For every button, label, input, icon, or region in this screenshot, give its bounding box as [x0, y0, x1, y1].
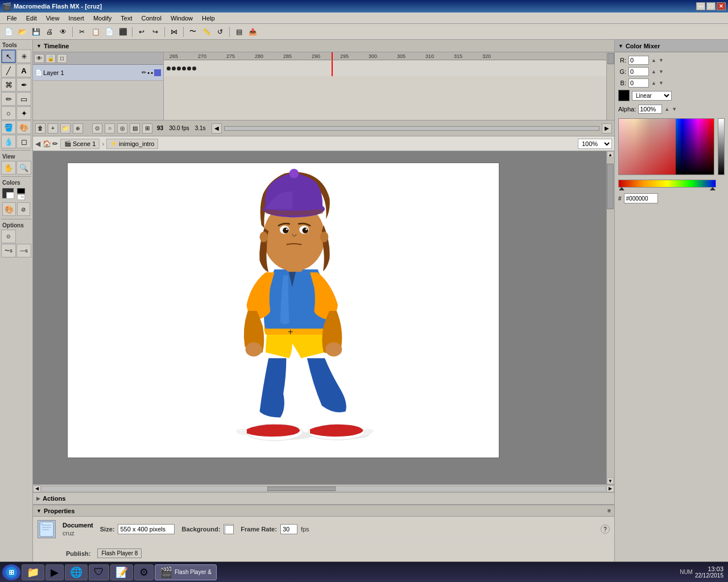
- hex-input[interactable]: [624, 193, 658, 203]
- menu-control[interactable]: Control: [136, 14, 166, 23]
- g-up-arrow[interactable]: ▲: [651, 69, 656, 74]
- scroll-left-btn[interactable]: ◀: [212, 123, 222, 134]
- cut-button[interactable]: ✂: [76, 26, 88, 38]
- color-stop-bar[interactable]: [618, 180, 716, 188]
- tool-lasso[interactable]: ⌘: [1, 78, 16, 92]
- paste-in-place-button[interactable]: ⬛: [117, 26, 129, 38]
- straighten-curves-btn[interactable]: —s: [16, 244, 31, 257]
- smooth-curves-btn[interactable]: 〜s: [1, 244, 16, 257]
- new-button[interactable]: 📄: [2, 26, 15, 38]
- rotate-ccw-button[interactable]: ↺: [214, 26, 226, 38]
- black-white-btn[interactable]: [17, 188, 25, 194]
- tool-ink-bottle[interactable]: 🪣: [1, 120, 16, 134]
- tool-rect[interactable]: ▭: [16, 92, 31, 106]
- taskbar-notes[interactable]: 📝: [110, 564, 133, 580]
- save-button[interactable]: 💾: [30, 26, 42, 38]
- brightness-bar[interactable]: [718, 118, 725, 175]
- playhead[interactable]: [332, 52, 333, 60]
- breadcrumb-back-btn[interactable]: ◀: [35, 140, 40, 148]
- folder-layer-btn[interactable]: 📁: [60, 123, 71, 134]
- gradient-type-select[interactable]: Linear Radial None Solid: [632, 91, 672, 101]
- b-input[interactable]: [628, 78, 649, 88]
- r-down-arrow[interactable]: ▼: [659, 57, 664, 63]
- motion-guide-btn[interactable]: ⊕: [73, 123, 83, 134]
- taskbar-explorer[interactable]: 📁: [22, 564, 44, 580]
- breadcrumb-scene1[interactable]: 🎬 Scene 1: [60, 139, 100, 149]
- timeline-horizontal-scroll[interactable]: [224, 126, 599, 131]
- menu-edit[interactable]: Edit: [22, 14, 42, 23]
- redo-button[interactable]: ↪: [149, 26, 162, 38]
- color-stop-left[interactable]: [619, 187, 624, 190]
- layer-1-row[interactable]: 📄 Layer 1 ✏ • •: [33, 65, 163, 81]
- scroll-right-btn[interactable]: ▶: [602, 123, 612, 134]
- tool-arrow[interactable]: ↖: [1, 49, 16, 63]
- tool-subselect[interactable]: ✳: [16, 49, 31, 63]
- r-input[interactable]: [628, 56, 649, 65]
- tool-pencil[interactable]: ✏: [1, 92, 16, 106]
- alpha-down-arrow[interactable]: ▼: [672, 106, 677, 112]
- snap-to-objects-btn[interactable]: ⊙: [1, 230, 16, 243]
- tool-hand[interactable]: ✋: [1, 161, 16, 174]
- align-button[interactable]: ▤: [233, 26, 245, 38]
- stage-horizontal-scrollbar[interactable]: ◀ ▶: [33, 484, 614, 492]
- restore-button[interactable]: □: [706, 2, 715, 10]
- taskbar-security[interactable]: 🛡: [89, 564, 109, 580]
- zoom-select[interactable]: 100% 50% 200% Fit in Window: [578, 139, 612, 149]
- color-spectrum[interactable]: [618, 118, 714, 175]
- no-color-btn[interactable]: ⊘: [17, 202, 31, 216]
- tool-paint-bucket[interactable]: 🎨: [16, 120, 31, 134]
- menu-file[interactable]: File: [2, 14, 22, 23]
- preview-button[interactable]: 👁: [57, 26, 69, 38]
- stroke-color-box[interactable]: [2, 188, 14, 198]
- timeline-collapse-arrow[interactable]: ▼: [36, 43, 42, 49]
- tool-pen[interactable]: ✒: [16, 78, 31, 92]
- color-mixer-collapse-icon[interactable]: ▼: [618, 43, 623, 49]
- taskbar-flash[interactable]: 🎬 Flash Player &: [155, 564, 217, 580]
- modify-onion-markers-btn[interactable]: ⊞: [142, 123, 152, 134]
- paste-button[interactable]: 📄: [103, 26, 115, 38]
- b-up-arrow[interactable]: ▲: [651, 80, 656, 86]
- taskbar-mediaplayer[interactable]: ▶: [46, 564, 64, 580]
- scroll-thumb[interactable]: [607, 164, 614, 209]
- onion-outlines-btn[interactable]: ◎: [117, 123, 127, 134]
- tool-zoom[interactable]: 🔍: [16, 161, 31, 174]
- hscroll-right-btn[interactable]: ▶: [606, 485, 614, 492]
- snap-button[interactable]: ⋈: [168, 26, 180, 38]
- center-frame-btn[interactable]: ⊙: [92, 123, 102, 134]
- g-down-arrow[interactable]: ▼: [659, 69, 664, 74]
- color-fill-btn[interactable]: 🎨: [2, 202, 16, 216]
- edit-multiple-frames-btn[interactable]: ▤: [130, 123, 140, 134]
- hscroll-thumb[interactable]: [267, 487, 336, 491]
- tool-eraser[interactable]: ◻: [16, 135, 31, 148]
- properties-options-btn[interactable]: ≡: [607, 508, 611, 514]
- smooth-button[interactable]: 〜: [187, 26, 199, 38]
- publish-settings-btn[interactable]: Flash Player 8: [97, 548, 142, 558]
- fps-input[interactable]: [280, 524, 297, 534]
- taskbar-chrome[interactable]: 🌐: [65, 564, 88, 580]
- help-button[interactable]: ?: [601, 525, 610, 534]
- delete-layer-btn[interactable]: 🗑: [35, 123, 46, 134]
- gradient-swatch[interactable]: [618, 90, 630, 101]
- swap-color-btn[interactable]: ↔: [17, 194, 25, 200]
- menu-insert[interactable]: Insert: [64, 14, 89, 23]
- breadcrumb-inimigo[interactable]: ⚡ inimigo_intro: [106, 139, 158, 149]
- tool-line[interactable]: ╱: [1, 64, 16, 77]
- menu-view[interactable]: View: [42, 14, 64, 23]
- scroll-down-btn[interactable]: ▼: [607, 477, 614, 484]
- bg-color-picker[interactable]: [224, 524, 234, 534]
- onion-skin-btn[interactable]: ○: [105, 123, 115, 134]
- copy-button[interactable]: 📋: [89, 26, 102, 38]
- taskbar-settings[interactable]: ⚙: [134, 564, 154, 580]
- fill-color-box[interactable]: [6, 192, 14, 199]
- menu-help[interactable]: Help: [197, 14, 220, 23]
- r-up-arrow[interactable]: ▲: [651, 57, 656, 63]
- start-button[interactable]: ⊞: [2, 564, 20, 580]
- menu-modify[interactable]: Modify: [89, 14, 116, 23]
- close-button[interactable]: ✕: [717, 2, 726, 10]
- tool-polystar[interactable]: ✦: [16, 106, 31, 120]
- g-input[interactable]: [628, 67, 649, 76]
- straighten-button[interactable]: 📏: [200, 26, 213, 38]
- size-input[interactable]: [118, 524, 175, 534]
- timeline-vertical-scrollbar[interactable]: [606, 52, 614, 120]
- menu-text[interactable]: Text: [116, 14, 136, 23]
